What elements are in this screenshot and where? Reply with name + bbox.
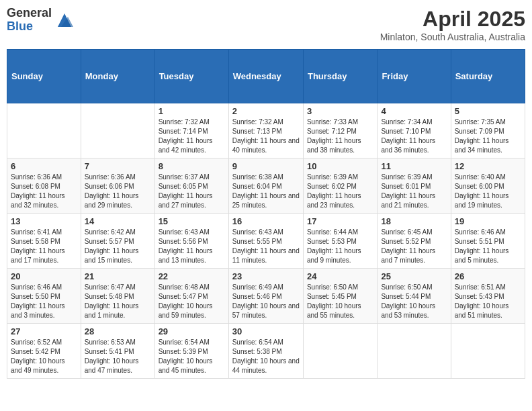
logo-icon <box>54 10 75 30</box>
calendar-cell <box>7 103 81 158</box>
calendar-cell: 24Sunrise: 6:50 AMSunset: 5:45 PMDayligh… <box>303 269 377 324</box>
day-info: Sunrise: 6:42 AMSunset: 5:57 PMDaylight:… <box>85 228 151 265</box>
calendar-cell: 12Sunrise: 6:40 AMSunset: 6:00 PMDayligh… <box>451 158 525 214</box>
calendar-cell: 7Sunrise: 6:36 AMSunset: 6:06 PMDaylight… <box>81 158 154 214</box>
day-info: Sunrise: 6:50 AMSunset: 5:45 PMDaylight:… <box>307 283 373 320</box>
day-info: Sunrise: 7:32 AMSunset: 7:13 PMDaylight:… <box>232 118 300 155</box>
calendar-week-5: 27Sunrise: 6:52 AMSunset: 5:42 PMDayligh… <box>7 324 525 379</box>
day-number: 20 <box>11 271 77 281</box>
calendar-cell: 30Sunrise: 6:54 AMSunset: 5:38 PMDayligh… <box>228 324 303 379</box>
calendar-cell: 15Sunrise: 6:43 AMSunset: 5:56 PMDayligh… <box>154 214 228 269</box>
title-block: April 2025 Minlaton, South Australia, Au… <box>380 7 525 42</box>
day-info: Sunrise: 6:43 AMSunset: 5:55 PMDaylight:… <box>232 228 300 265</box>
calendar-cell: 5Sunrise: 7:35 AMSunset: 7:09 PMDaylight… <box>451 103 525 158</box>
day-number: 21 <box>85 271 151 281</box>
day-info: Sunrise: 6:54 AMSunset: 5:39 PMDaylight:… <box>159 338 225 375</box>
calendar-cell: 10Sunrise: 6:39 AMSunset: 6:02 PMDayligh… <box>303 158 377 214</box>
calendar-cell: 13Sunrise: 6:41 AMSunset: 5:58 PMDayligh… <box>7 214 81 269</box>
day-info: Sunrise: 6:36 AMSunset: 6:06 PMDaylight:… <box>85 173 151 210</box>
day-header-wednesday: Wednesday <box>228 50 303 103</box>
day-number: 22 <box>159 271 225 281</box>
day-info: Sunrise: 6:39 AMSunset: 6:02 PMDaylight:… <box>307 173 373 210</box>
day-number: 11 <box>381 161 447 171</box>
calendar-cell: 9Sunrise: 6:38 AMSunset: 6:04 PMDaylight… <box>228 158 303 214</box>
calendar-cell: 26Sunrise: 6:51 AMSunset: 5:43 PMDayligh… <box>451 269 525 324</box>
logo-general-text: General <box>7 7 52 20</box>
calendar-week-1: 1Sunrise: 7:32 AMSunset: 7:14 PMDaylight… <box>7 103 525 158</box>
day-info: Sunrise: 6:45 AMSunset: 5:52 PMDaylight:… <box>381 228 447 265</box>
day-info: Sunrise: 6:41 AMSunset: 5:58 PMDaylight:… <box>11 228 77 265</box>
calendar-header-row: SundayMondayTuesdayWednesdayThursdayFrid… <box>7 50 525 103</box>
calendar-cell: 8Sunrise: 6:37 AMSunset: 6:05 PMDaylight… <box>154 158 228 214</box>
calendar-cell: 29Sunrise: 6:54 AMSunset: 5:39 PMDayligh… <box>154 324 228 379</box>
calendar-cell: 22Sunrise: 6:48 AMSunset: 5:47 PMDayligh… <box>154 269 228 324</box>
day-info: Sunrise: 6:38 AMSunset: 6:04 PMDaylight:… <box>232 173 300 210</box>
day-number: 6 <box>11 161 77 171</box>
day-header-friday: Friday <box>378 50 451 103</box>
day-number: 15 <box>159 216 225 226</box>
day-number: 5 <box>455 106 521 116</box>
day-number: 25 <box>381 271 447 281</box>
calendar-week-2: 6Sunrise: 6:36 AMSunset: 6:08 PMDaylight… <box>7 158 525 214</box>
calendar-cell: 28Sunrise: 6:53 AMSunset: 5:41 PMDayligh… <box>81 324 154 379</box>
calendar-cell: 11Sunrise: 6:39 AMSunset: 6:01 PMDayligh… <box>378 158 451 214</box>
day-info: Sunrise: 6:54 AMSunset: 5:38 PMDaylight:… <box>232 338 300 375</box>
calendar-table: SundayMondayTuesdayWednesdayThursdayFrid… <box>7 49 525 379</box>
day-number: 23 <box>232 271 300 281</box>
day-header-monday: Monday <box>81 50 154 103</box>
calendar-cell: 23Sunrise: 6:49 AMSunset: 5:46 PMDayligh… <box>228 269 303 324</box>
day-number: 2 <box>232 106 300 116</box>
day-number: 13 <box>11 216 77 226</box>
calendar-week-3: 13Sunrise: 6:41 AMSunset: 5:58 PMDayligh… <box>7 214 525 269</box>
day-info: Sunrise: 6:52 AMSunset: 5:42 PMDaylight:… <box>11 338 77 375</box>
day-info: Sunrise: 6:46 AMSunset: 5:51 PMDaylight:… <box>455 228 521 265</box>
day-number: 10 <box>307 161 373 171</box>
day-number: 29 <box>159 326 225 336</box>
calendar-cell: 17Sunrise: 6:44 AMSunset: 5:53 PMDayligh… <box>303 214 377 269</box>
day-number: 24 <box>307 271 373 281</box>
day-number: 7 <box>85 161 151 171</box>
day-number: 16 <box>232 216 300 226</box>
day-info: Sunrise: 6:46 AMSunset: 5:50 PMDaylight:… <box>11 283 77 320</box>
day-number: 27 <box>11 326 77 336</box>
calendar-cell: 27Sunrise: 6:52 AMSunset: 5:42 PMDayligh… <box>7 324 81 379</box>
day-number: 18 <box>381 216 447 226</box>
day-info: Sunrise: 6:37 AMSunset: 6:05 PMDaylight:… <box>159 173 225 210</box>
day-number: 19 <box>455 216 521 226</box>
day-number: 1 <box>159 106 225 116</box>
day-number: 12 <box>455 161 521 171</box>
day-info: Sunrise: 6:50 AMSunset: 5:44 PMDaylight:… <box>381 283 447 320</box>
calendar-cell <box>303 324 377 379</box>
day-info: Sunrise: 6:51 AMSunset: 5:43 PMDaylight:… <box>455 283 521 320</box>
day-info: Sunrise: 7:32 AMSunset: 7:14 PMDaylight:… <box>159 118 225 155</box>
day-info: Sunrise: 6:47 AMSunset: 5:48 PMDaylight:… <box>85 283 151 320</box>
day-header-sunday: Sunday <box>7 50 81 103</box>
day-number: 28 <box>85 326 151 336</box>
calendar-cell: 19Sunrise: 6:46 AMSunset: 5:51 PMDayligh… <box>451 214 525 269</box>
day-info: Sunrise: 7:35 AMSunset: 7:09 PMDaylight:… <box>455 118 521 155</box>
calendar-cell: 25Sunrise: 6:50 AMSunset: 5:44 PMDayligh… <box>378 269 451 324</box>
day-number: 30 <box>232 326 300 336</box>
day-header-thursday: Thursday <box>303 50 377 103</box>
location-text: Minlaton, South Australia, Australia <box>380 32 525 42</box>
calendar-cell: 6Sunrise: 6:36 AMSunset: 6:08 PMDaylight… <box>7 158 81 214</box>
calendar-cell: 2Sunrise: 7:32 AMSunset: 7:13 PMDaylight… <box>228 103 303 158</box>
calendar-cell: 3Sunrise: 7:33 AMSunset: 7:12 PMDaylight… <box>303 103 377 158</box>
day-number: 8 <box>159 161 225 171</box>
calendar-cell: 20Sunrise: 6:46 AMSunset: 5:50 PMDayligh… <box>7 269 81 324</box>
calendar-cell <box>451 324 525 379</box>
calendar-cell: 1Sunrise: 7:32 AMSunset: 7:14 PMDaylight… <box>154 103 228 158</box>
day-header-saturday: Saturday <box>451 50 525 103</box>
day-info: Sunrise: 7:34 AMSunset: 7:10 PMDaylight:… <box>381 118 447 155</box>
day-info: Sunrise: 6:44 AMSunset: 5:53 PMDaylight:… <box>307 228 373 265</box>
calendar-cell: 14Sunrise: 6:42 AMSunset: 5:57 PMDayligh… <box>81 214 154 269</box>
day-number: 17 <box>307 216 373 226</box>
day-number: 4 <box>381 106 447 116</box>
day-number: 9 <box>232 161 300 171</box>
month-title: April 2025 <box>380 7 525 32</box>
day-number: 3 <box>307 106 373 116</box>
day-info: Sunrise: 6:48 AMSunset: 5:47 PMDaylight:… <box>159 283 225 320</box>
day-header-tuesday: Tuesday <box>154 50 228 103</box>
day-info: Sunrise: 6:43 AMSunset: 5:56 PMDaylight:… <box>159 228 225 265</box>
day-info: Sunrise: 7:33 AMSunset: 7:12 PMDaylight:… <box>307 118 373 155</box>
